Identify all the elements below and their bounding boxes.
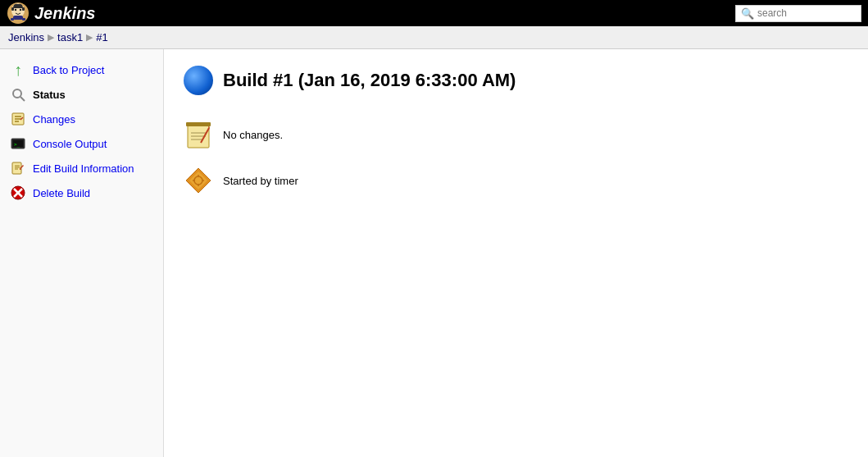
timer-trigger-icon xyxy=(184,166,213,195)
svg-text:>_: >_ xyxy=(14,141,20,148)
sidebar-item-status[interactable]: Status xyxy=(0,82,163,107)
svg-point-3 xyxy=(15,9,16,11)
header-logo: Jenkins xyxy=(7,2,95,25)
no-changes-item: No changes. xyxy=(184,120,848,149)
breadcrumb-sep-1: ▶ xyxy=(48,32,54,43)
svg-rect-7 xyxy=(22,18,25,21)
started-by-item: Started by timer xyxy=(184,166,848,195)
sidebar-item-edit-build-info[interactable]: Edit Build Information xyxy=(0,156,163,181)
svg-line-11 xyxy=(20,97,25,101)
build-title-row: Build #1 (Jan 16, 2019 6:33:00 AM) xyxy=(184,66,848,95)
jenkins-logo-icon xyxy=(7,2,30,25)
sidebar-label-edit-build-info: Edit Build Information xyxy=(33,162,134,175)
magnifier-icon xyxy=(10,86,26,103)
svg-rect-28 xyxy=(186,122,211,126)
delete-icon xyxy=(10,185,26,201)
sidebar-label-delete-build: Delete Build xyxy=(33,187,90,199)
sidebar-item-console-output[interactable]: >_ Console Output xyxy=(0,131,163,156)
svg-point-10 xyxy=(13,89,21,98)
sidebar-item-delete-build[interactable]: Delete Build xyxy=(0,181,163,205)
svg-rect-5 xyxy=(13,16,23,20)
notepad-icon xyxy=(184,120,213,149)
header: Jenkins 🔍 xyxy=(0,0,868,26)
breadcrumb-sep-2: ▶ xyxy=(86,32,93,43)
search-box[interactable]: 🔍 xyxy=(735,5,861,22)
no-changes-text: No changes. xyxy=(223,129,283,141)
app-title: Jenkins xyxy=(34,4,95,23)
breadcrumb-build1[interactable]: #1 xyxy=(96,31,107,43)
sidebar-label-back-to-project: Back to Project xyxy=(33,64,104,76)
search-input[interactable] xyxy=(757,7,856,19)
svg-point-4 xyxy=(20,9,21,11)
build-title: Build #1 (Jan 16, 2019 6:33:00 AM) xyxy=(223,70,516,91)
layout: ↑ Back to Project Status xyxy=(0,49,868,457)
svg-rect-9 xyxy=(22,7,25,11)
svg-rect-8 xyxy=(11,7,14,11)
sidebar-label-console-output: Console Output xyxy=(33,138,107,150)
arrow-up-icon: ↑ xyxy=(10,62,26,78)
changes-icon xyxy=(10,111,26,127)
breadcrumb-task1[interactable]: task1 xyxy=(57,31,83,43)
search-icon: 🔍 xyxy=(741,7,754,20)
svg-rect-6 xyxy=(11,18,14,21)
breadcrumb-jenkins[interactable]: Jenkins xyxy=(8,31,44,43)
sidebar-label-status: Status xyxy=(33,89,66,101)
sidebar: ↑ Back to Project Status xyxy=(0,49,164,457)
sidebar-label-changes: Changes xyxy=(33,113,75,126)
console-icon: >_ xyxy=(10,135,26,152)
sidebar-item-changes[interactable]: Changes xyxy=(0,107,163,131)
started-by-text: Started by timer xyxy=(223,175,298,187)
main-content: Build #1 (Jan 16, 2019 6:33:00 AM) xyxy=(164,49,868,457)
sidebar-item-back-to-project[interactable]: ↑ Back to Project xyxy=(0,57,163,82)
edit-icon xyxy=(10,160,26,176)
breadcrumb: Jenkins ▶ task1 ▶ #1 xyxy=(0,26,868,49)
build-status-sphere xyxy=(184,66,213,95)
